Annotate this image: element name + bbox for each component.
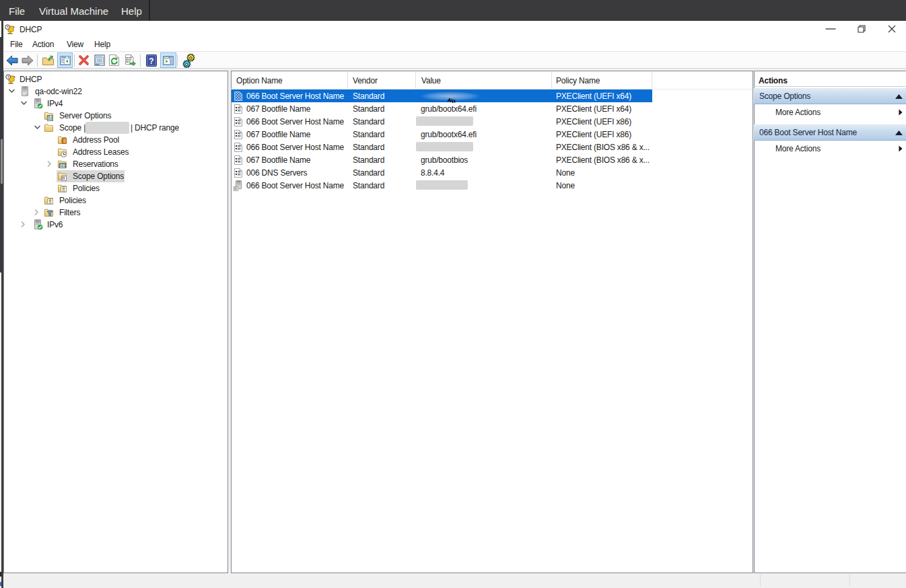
svg-text:?: ? (149, 57, 153, 66)
